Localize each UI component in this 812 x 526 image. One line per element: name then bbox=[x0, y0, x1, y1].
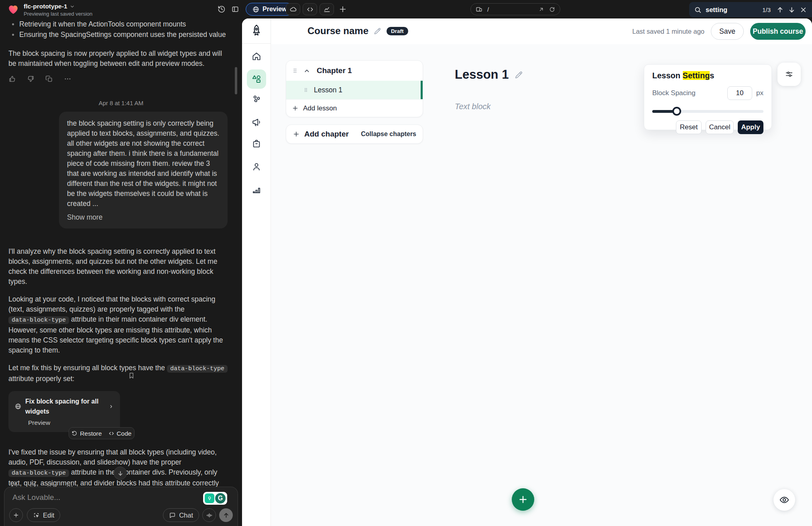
page-settings-button[interactable] bbox=[777, 63, 801, 86]
add-lesson-button[interactable]: Add lesson bbox=[286, 99, 423, 117]
voice-input-button[interactable] bbox=[202, 508, 216, 522]
bookmark-icon[interactable] bbox=[128, 372, 135, 379]
grammarly-widget[interactable]: G bbox=[203, 492, 227, 505]
edit-course-name-icon[interactable] bbox=[373, 27, 382, 35]
close-search-icon[interactable] bbox=[800, 6, 807, 14]
thumbs-up-icon[interactable] bbox=[8, 75, 16, 83]
block-spacing-input[interactable] bbox=[727, 86, 752, 100]
sidebar-item-store-icon[interactable] bbox=[251, 139, 262, 149]
edit-mode-button[interactable]: Edit bbox=[27, 508, 60, 522]
app-sidebar-rail bbox=[242, 18, 271, 526]
rail-divider bbox=[242, 43, 271, 44]
chat-input[interactable]: Ask Lovable... bbox=[12, 493, 201, 502]
arrow-down-icon bbox=[117, 470, 124, 477]
drag-handle-icon[interactable] bbox=[292, 67, 298, 75]
rocket-logo-icon bbox=[250, 24, 263, 37]
history-icon[interactable] bbox=[218, 5, 226, 13]
grammarly-logo-icon: G bbox=[215, 493, 226, 504]
lesson-heading-text: Lesson 1 bbox=[455, 67, 509, 82]
collapse-chapters-button[interactable]: Collapse chapters bbox=[361, 130, 416, 138]
lesson-settings-title: Lesson Settings bbox=[652, 71, 763, 80]
sidebar-item-announcements-icon[interactable] bbox=[251, 117, 262, 128]
project-name-row: flc-prototype-1 bbox=[24, 3, 92, 10]
sidebar-item-community-icon[interactable] bbox=[251, 94, 262, 104]
sidebar-item-analytics-icon[interactable] bbox=[251, 184, 262, 195]
add-lesson-label: Add lesson bbox=[303, 104, 337, 112]
sidebar-item-home-icon[interactable] bbox=[251, 51, 262, 61]
restore-code-toolbar: Restore Code bbox=[69, 427, 134, 439]
open-external-icon[interactable] bbox=[538, 6, 544, 12]
scroll-to-bottom-button[interactable] bbox=[114, 467, 127, 480]
last-saved-text: Last saved 1 minute ago bbox=[632, 28, 704, 35]
cancel-button[interactable]: Cancel bbox=[706, 120, 734, 134]
project-menu[interactable]: flc-prototype-1 Previewing last saved ve… bbox=[7, 3, 92, 17]
add-chapter-card: Add chapter Collapse chapters bbox=[286, 124, 423, 144]
user-message-text: the block spacing setting is only correc… bbox=[67, 119, 219, 208]
chat-panel: Retrieving it when the ActionTools compo… bbox=[0, 18, 242, 526]
chapter-title: Chapter 1 bbox=[317, 66, 352, 75]
device-toggle-icon[interactable] bbox=[476, 6, 482, 13]
sidebar-item-profile-icon[interactable] bbox=[251, 161, 262, 172]
reset-button[interactable]: Reset bbox=[676, 120, 702, 134]
edit-lesson-title-icon[interactable] bbox=[514, 70, 523, 80]
chapter-header[interactable]: Chapter 1 bbox=[286, 61, 423, 81]
chevron-up-icon[interactable] bbox=[303, 67, 310, 74]
text-block-placeholder[interactable]: Text block bbox=[455, 102, 490, 111]
drag-handle-icon[interactable] bbox=[303, 86, 309, 94]
cloud-button[interactable] bbox=[286, 3, 300, 15]
next-match-icon[interactable] bbox=[788, 6, 796, 14]
code-button[interactable]: Code bbox=[108, 428, 132, 438]
restore-button[interactable]: Restore bbox=[71, 428, 102, 438]
search-highlight: Setting bbox=[683, 71, 710, 80]
edit-card-header[interactable]: Fix block spacing for all widgets bbox=[15, 396, 114, 416]
more-options-icon[interactable] bbox=[64, 75, 71, 83]
chat-transcript: Retrieving it when the ActionTools compo… bbox=[0, 18, 242, 526]
arrow-up-icon bbox=[223, 512, 230, 519]
eye-icon bbox=[779, 495, 790, 505]
url-bar[interactable]: / bbox=[470, 3, 560, 15]
attach-button[interactable] bbox=[9, 508, 23, 522]
apply-button[interactable]: Apply bbox=[738, 120, 763, 134]
sliders-icon bbox=[785, 70, 794, 79]
chat-scrollbar[interactable] bbox=[235, 67, 237, 94]
add-tab-icon[interactable] bbox=[338, 5, 347, 14]
add-block-button[interactable] bbox=[512, 488, 534, 511]
analytics-button[interactable] bbox=[320, 3, 334, 15]
previous-match-icon[interactable] bbox=[776, 6, 784, 14]
url-path[interactable]: / bbox=[487, 6, 533, 13]
shapes-icon bbox=[251, 74, 262, 84]
preview-toggle-button[interactable] bbox=[773, 489, 795, 511]
search-icon bbox=[694, 6, 702, 14]
lesson-settings-panel: Lesson Settings Block Spacing px Reset C… bbox=[644, 64, 772, 130]
copy-icon[interactable] bbox=[45, 75, 53, 83]
message-timestamp: Apr 8 at 1:41 AM bbox=[8, 98, 234, 108]
chat-composer[interactable]: Ask Lovable... G Edit Chat bbox=[4, 487, 238, 526]
add-chapter-button[interactable]: Add chapter bbox=[293, 130, 349, 139]
send-button[interactable] bbox=[219, 508, 233, 522]
user-message-bubble: the block spacing setting is only correc… bbox=[59, 112, 228, 228]
slider-thumb[interactable] bbox=[672, 107, 681, 116]
show-more-link[interactable]: Show more bbox=[67, 212, 220, 222]
refresh-icon[interactable] bbox=[549, 6, 555, 12]
assistant-paragraph: I'll analyze why the block spacing setti… bbox=[8, 247, 228, 287]
block-spacing-slider[interactable] bbox=[652, 107, 763, 116]
search-input[interactable]: setting bbox=[706, 6, 758, 14]
block-spacing-row: Block Spacing px bbox=[652, 86, 763, 100]
thumbs-down-icon[interactable] bbox=[27, 75, 35, 83]
screen: flc-prototype-1 Previewing last saved ve… bbox=[0, 0, 812, 526]
publish-course-button[interactable]: Publish course bbox=[750, 23, 806, 40]
composer-right-group: Chat bbox=[163, 508, 233, 522]
chat-mode-button[interactable]: Chat bbox=[163, 508, 199, 522]
course-title-group: Course name Draft bbox=[307, 25, 408, 37]
code-edit-card[interactable]: Fix block spacing for all widgets Previe… bbox=[8, 391, 120, 432]
bullet-item: Ensuring the SpacingSettings component u… bbox=[8, 30, 234, 40]
code-view-button[interactable] bbox=[303, 3, 317, 15]
assistant-bullet-list: Retrieving it when the ActionTools compo… bbox=[8, 19, 234, 40]
chevron-down-icon bbox=[70, 4, 75, 9]
save-button[interactable]: Save bbox=[711, 23, 744, 40]
sidebar-item-courses[interactable] bbox=[247, 69, 266, 89]
panel-layout-icon[interactable] bbox=[231, 5, 239, 13]
edit-card-preview-link[interactable]: Preview bbox=[28, 418, 114, 428]
lesson-list-item-selected[interactable]: Lesson 1 bbox=[286, 81, 423, 99]
composer-toolbar: Edit Chat bbox=[9, 508, 233, 522]
